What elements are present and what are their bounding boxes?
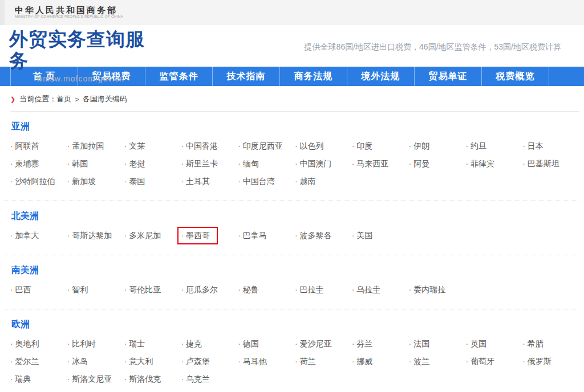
section-title-south-america: 南美洲: [11, 264, 579, 276]
country-grid: 巴西智利哥伦比亚厄瓜多尔秘鲁巴拉圭乌拉圭委内瑞拉: [5, 284, 579, 301]
country-link[interactable]: 孟加拉国: [67, 140, 104, 158]
country-link[interactable]: 伊朗: [409, 140, 430, 158]
breadcrumb-arrow-icon: ❯: [10, 96, 15, 103]
country-link[interactable]: 马来西亚: [352, 158, 389, 175]
country-link[interactable]: 巴基斯坦: [522, 158, 559, 175]
country-link[interactable]: 俄罗斯: [522, 356, 551, 373]
service-tagline: 提供全球86国/地区进出口税费，46国/地区监管条件，53国/地区税费计算: [305, 42, 561, 52]
country-link[interactable]: 泰国: [124, 175, 145, 193]
country-link[interactable]: 乌克兰: [181, 373, 210, 391]
continent-sections: 亚洲阿联酋孟加拉国文莱中国香港印度尼西亚以色列印度伊朗约旦日本柬埔寨韩国老挝斯里…: [0, 112, 584, 392]
country-link[interactable]: 印度尼西亚: [238, 140, 283, 158]
country-link[interactable]: 沙特阿拉伯: [10, 175, 55, 193]
country-link[interactable]: 厄瓜多尔: [181, 284, 218, 301]
gov-header: 中华人民共和国商务部 MINISTRY OF COMMERCE PEOPLE'S…: [0, 0, 584, 25]
country-grid: 阿联酋孟加拉国文莱中国香港印度尼西亚以色列印度伊朗约旦日本柬埔寨韩国老挝斯里兰卡…: [5, 140, 579, 193]
country-grid: 奥地利比利时瑞士捷克德国爱沙尼亚芬兰法国英国希腊爱尔兰冰岛意大利卢森堡马耳他荷兰…: [5, 338, 579, 391]
country-link[interactable]: 波多黎各: [295, 230, 332, 247]
ministry-name-cn: 中华人民共和国商务部: [15, 5, 154, 15]
section-title-asia: 亚洲: [11, 121, 579, 133]
nav-tab-8[interactable]: 税费概览: [482, 67, 549, 86]
masthead: 外贸实务查询服务 wmsw.mofcom.gov.cn 提供全球86国/地区进出…: [0, 25, 584, 67]
country-link[interactable]: 荷兰: [295, 356, 316, 373]
country-link[interactable]: 捷克: [181, 338, 202, 356]
country-grid: 加拿大哥斯达黎加多米尼加墨西哥巴拿马波多黎各美国: [5, 230, 579, 247]
country-link[interactable]: 希腊: [522, 338, 544, 356]
breadcrumb: ❯ 当前位置： 首页 > 各国海关编码: [10, 94, 579, 112]
country-link[interactable]: 老挝: [124, 158, 145, 175]
country-link[interactable]: 波兰: [409, 356, 430, 373]
country-link[interactable]: 土耳其: [181, 175, 210, 193]
brand-block: 外贸实务查询服务 wmsw.mofcom.gov.cn: [9, 28, 157, 83]
country-link[interactable]: 乌拉圭: [352, 284, 381, 301]
country-link[interactable]: 印度: [352, 140, 373, 158]
country-link[interactable]: 英国: [465, 338, 486, 356]
country-link[interactable]: 中国香港: [181, 140, 218, 158]
country-link[interactable]: 卢森堡: [181, 356, 210, 373]
country-link[interactable]: 德国: [238, 338, 259, 356]
country-link[interactable]: 哥斯达黎加: [67, 230, 112, 247]
country-link[interactable]: 菲律宾: [465, 158, 494, 175]
country-link[interactable]: 冰岛: [67, 356, 88, 373]
country-link[interactable]: 哥伦比亚: [124, 284, 161, 301]
site-title: 外贸实务查询服务: [9, 28, 157, 72]
country-link[interactable]: 阿曼: [409, 158, 430, 175]
country-link[interactable]: 美国: [352, 230, 373, 247]
country-link[interactable]: 多米尼加: [124, 230, 161, 247]
country-link[interactable]: 中国澳门: [295, 158, 332, 175]
breadcrumb-separator: >: [75, 95, 79, 104]
country-link[interactable]: 秘鲁: [238, 284, 259, 301]
country-link[interactable]: 瑞典: [10, 373, 31, 391]
country-link[interactable]: 阿联酋: [10, 140, 39, 158]
section-south-america: 南美洲巴西智利哥伦比亚厄瓜多尔秘鲁巴拉圭乌拉圭委内瑞拉: [0, 255, 584, 309]
ministry-logo-text: 中华人民共和国商务部 MINISTRY OF COMMERCE PEOPLE'S…: [15, 5, 154, 20]
country-link[interactable]: 马耳他: [238, 356, 267, 373]
breadcrumb-home-link[interactable]: 首页: [56, 94, 71, 104]
country-link[interactable]: 越南: [295, 175, 316, 193]
country-link[interactable]: 日本: [522, 140, 544, 158]
country-link[interactable]: 巴拉圭: [295, 284, 324, 301]
section-title-europe: 欧洲: [11, 318, 579, 330]
nav-tab-5[interactable]: 商务法规: [280, 67, 347, 86]
nav-tab-4[interactable]: 技术指南: [213, 67, 280, 86]
site-url: wmsw.mofcom.gov.cn: [9, 74, 152, 83]
country-link[interactable]: 柬埔寨: [10, 158, 39, 175]
breadcrumb-label: 当前位置：: [19, 94, 56, 104]
country-link[interactable]: 芬兰: [352, 338, 373, 356]
section-north-america: 北美洲加拿大哥斯达黎加多米尼加墨西哥巴拿马波多黎各美国: [0, 201, 584, 255]
country-link[interactable]: 瑞士: [124, 338, 145, 356]
country-link[interactable]: 斯洛伐克: [124, 373, 161, 391]
country-link[interactable]: 爱尔兰: [10, 356, 39, 373]
country-link[interactable]: 约旦: [465, 140, 486, 158]
country-link[interactable]: 斯洛文尼亚: [67, 373, 112, 391]
country-link[interactable]: 韩国: [67, 158, 88, 175]
country-link[interactable]: 加拿大: [10, 230, 39, 247]
breadcrumb-current: 各国海关编码: [83, 94, 127, 104]
country-link[interactable]: 缅甸: [238, 158, 259, 175]
country-link[interactable]: 巴西: [10, 284, 31, 301]
country-link[interactable]: 斯里兰卡: [181, 158, 218, 175]
country-link[interactable]: 挪威: [352, 356, 373, 373]
section-asia: 亚洲阿联酋孟加拉国文莱中国香港印度尼西亚以色列印度伊朗约旦日本柬埔寨韩国老挝斯里…: [0, 112, 584, 201]
country-link[interactable]: 新加坡: [67, 175, 96, 193]
country-link[interactable]: 巴拿马: [238, 230, 267, 247]
country-link-highlighted[interactable]: 墨西哥: [177, 227, 218, 244]
country-link[interactable]: 比利时: [67, 338, 96, 356]
country-link[interactable]: 智利: [67, 284, 88, 301]
country-link[interactable]: 奥地利: [10, 338, 39, 356]
country-link[interactable]: 意大利: [124, 356, 153, 373]
country-link[interactable]: 委内瑞拉: [409, 284, 446, 301]
country-link[interactable]: 葡萄牙: [465, 356, 494, 373]
nav-tab-7[interactable]: 贸易单证: [415, 67, 482, 86]
country-link[interactable]: 法国: [409, 338, 430, 356]
section-title-north-america: 北美洲: [11, 210, 579, 222]
country-link[interactable]: 爱沙尼亚: [295, 338, 332, 356]
nav-tab-6[interactable]: 境外法规: [347, 67, 415, 86]
ministry-name-en: MINISTRY OF COMMERCE PEOPLE'S REPUBLIC O…: [15, 15, 123, 19]
section-europe: 欧洲奥地利比利时瑞士捷克德国爱沙尼亚芬兰法国英国希腊爱尔兰冰岛意大利卢森堡马耳他…: [0, 309, 584, 392]
country-link[interactable]: 中国台湾: [238, 175, 275, 193]
country-link[interactable]: 文莱: [124, 140, 145, 158]
country-link[interactable]: 以色列: [295, 140, 324, 158]
